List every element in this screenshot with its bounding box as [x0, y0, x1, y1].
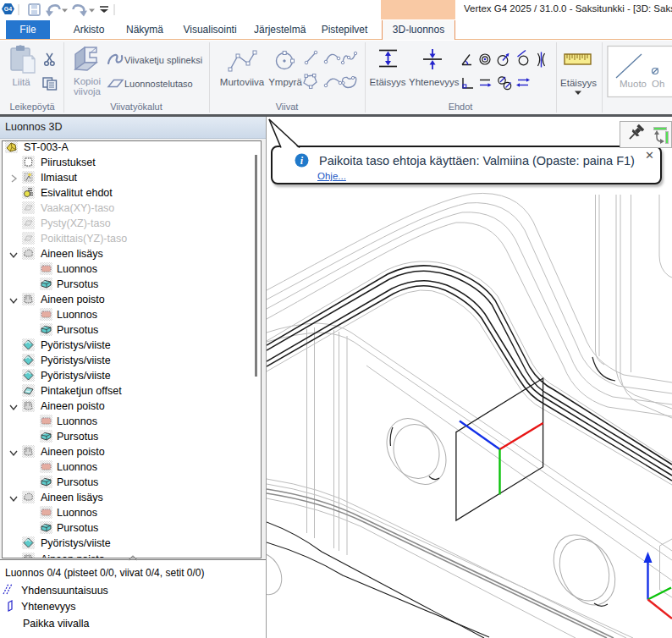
svg-text:G4: G4: [4, 6, 12, 12]
